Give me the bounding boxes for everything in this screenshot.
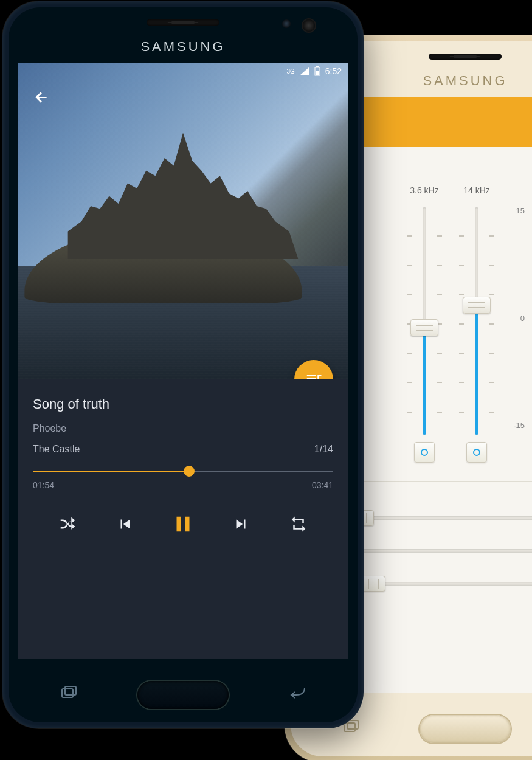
pause-button[interactable] — [167, 508, 199, 540]
track-album: The Castle — [33, 444, 80, 455]
back-button[interactable] — [29, 85, 54, 109]
network-label: 3G — [286, 68, 294, 75]
phone-front-camera — [303, 19, 315, 32]
next-button[interactable] — [225, 508, 257, 540]
device-brand: SAMSUNG — [2, 39, 364, 55]
home-button[interactable] — [137, 681, 229, 709]
track-title: Song of truth — [33, 396, 333, 412]
time-duration: 03:41 — [312, 480, 333, 490]
track-artist: Phoebe — [33, 423, 333, 434]
band-slider[interactable] — [415, 207, 434, 435]
previous-button[interactable] — [109, 508, 141, 540]
band-reset-button[interactable] — [466, 442, 487, 463]
home-button[interactable] — [420, 715, 511, 743]
back-softkey[interactable] — [285, 683, 309, 702]
shuffle-button[interactable] — [52, 508, 83, 540]
player-info-panel: Song of truth Phoebe The Castle 1/14 01:… — [18, 379, 348, 659]
svg-rect-8 — [62, 689, 73, 697]
svg-rect-9 — [65, 686, 76, 695]
svg-rect-4 — [347, 720, 358, 729]
eq-scale: 15 0 -15 — [510, 185, 525, 463]
time-elapsed: 01:54 — [33, 480, 54, 490]
svg-rect-6 — [316, 66, 319, 67]
album-art — [18, 63, 348, 379]
battery-icon — [314, 66, 320, 76]
skip-previous-icon — [116, 515, 134, 533]
phone-speaker — [429, 54, 502, 60]
repeat-button[interactable] — [283, 508, 314, 540]
status-time: 6:52 — [325, 66, 342, 76]
eq-band-3.6khz: 3.6 kHz — [406, 185, 443, 463]
playlist-icon — [305, 370, 323, 379]
band-reset-button[interactable] — [414, 442, 435, 463]
track-index: 1/14 — [314, 444, 333, 455]
eq-band-14khz: 14 kHz — [458, 185, 496, 463]
pause-icon — [170, 511, 196, 537]
skip-next-icon — [232, 515, 250, 533]
signal-icon — [300, 67, 309, 75]
svg-rect-3 — [344, 723, 355, 731]
player-controls — [33, 508, 333, 540]
recents-softkey[interactable] — [57, 683, 81, 702]
band-freq-label: 14 kHz — [463, 185, 490, 202]
shuffle-icon — [58, 515, 77, 533]
band-slider[interactable] — [468, 207, 486, 435]
phone-speaker — [147, 19, 219, 26]
svg-rect-7 — [316, 71, 319, 75]
phone-sensor — [282, 19, 291, 28]
band-freq-label: 3.6 kHz — [410, 185, 438, 202]
repeat-icon — [289, 515, 308, 533]
progress-slider[interactable] — [33, 468, 333, 474]
